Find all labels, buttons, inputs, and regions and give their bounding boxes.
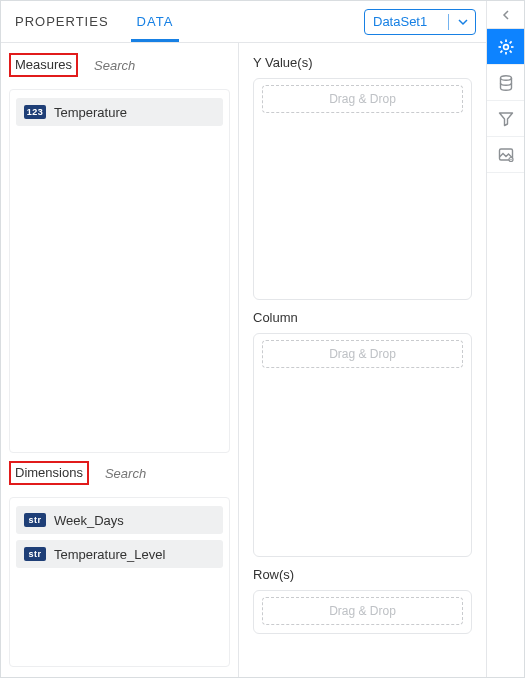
- image-gear-icon: [497, 146, 515, 164]
- svg-point-13: [500, 75, 511, 79]
- drop-placeholder: Drag & Drop: [262, 597, 463, 625]
- dimension-item[interactable]: str Temperature_Level: [16, 540, 223, 568]
- measures-search-input[interactable]: [94, 58, 239, 73]
- y-values-label: Y Value(s): [253, 55, 472, 70]
- drop-placeholder: Drag & Drop: [262, 340, 463, 368]
- chevron-down-icon: [457, 16, 469, 28]
- tab-data-label: DATA: [137, 14, 174, 29]
- dimensions-label: Dimensions: [9, 461, 89, 485]
- measures-search[interactable]: [88, 53, 239, 77]
- svg-line-12: [509, 41, 511, 43]
- measures-header: Measures: [9, 53, 230, 77]
- numeric-type-icon: 123: [24, 105, 46, 119]
- dimensions-search[interactable]: [99, 461, 239, 485]
- measures-list: 123 Temperature: [9, 89, 230, 453]
- svg-point-4: [503, 44, 508, 49]
- settings-button[interactable]: [487, 29, 524, 65]
- dimensions-header: Dimensions: [9, 461, 230, 485]
- dimension-item[interactable]: str Week_Days: [16, 506, 223, 534]
- dataset-dropdown[interactable]: DataSet1: [364, 9, 476, 35]
- database-icon: [497, 74, 515, 92]
- top-bar: PROPERTIES DATA DataSet1: [1, 1, 486, 43]
- dimension-item-label: Temperature_Level: [54, 547, 165, 562]
- column-dropzone[interactable]: Drag & Drop: [253, 333, 472, 557]
- string-type-icon: str: [24, 547, 46, 561]
- column-label: Column: [253, 310, 472, 325]
- image-settings-button[interactable]: [487, 137, 524, 173]
- svg-line-11: [500, 50, 502, 52]
- svg-line-9: [500, 41, 502, 43]
- fields-panel: Measures 123 Temperature Dimensions: [1, 43, 239, 677]
- dataset-selected: DataSet1: [373, 14, 427, 29]
- string-type-icon: str: [24, 513, 46, 527]
- measures-label: Measures: [9, 53, 78, 77]
- binding-panel: Y Value(s) Drag & Drop Column Drag & Dro…: [239, 43, 486, 677]
- svg-line-10: [509, 50, 511, 52]
- dimensions-search-input[interactable]: [105, 466, 239, 481]
- rows-label: Row(s): [253, 567, 472, 582]
- svg-point-16: [510, 158, 511, 159]
- tab-properties[interactable]: PROPERTIES: [1, 1, 123, 42]
- expand-panel-button[interactable]: [487, 1, 524, 29]
- dimensions-list: str Week_Days str Temperature_Level: [9, 497, 230, 667]
- filter-icon: [497, 110, 515, 128]
- tabs: PROPERTIES DATA: [1, 1, 187, 42]
- dimension-item-label: Week_Days: [54, 513, 124, 528]
- drop-placeholder: Drag & Drop: [262, 85, 463, 113]
- measure-item[interactable]: 123 Temperature: [16, 98, 223, 126]
- data-button[interactable]: [487, 65, 524, 101]
- y-values-dropzone[interactable]: Drag & Drop: [253, 78, 472, 300]
- side-toolbar: [486, 1, 524, 677]
- tab-data[interactable]: DATA: [123, 1, 188, 42]
- tab-properties-label: PROPERTIES: [15, 14, 109, 29]
- rows-dropzone[interactable]: Drag & Drop: [253, 590, 472, 634]
- measure-item-label: Temperature: [54, 105, 127, 120]
- filter-button[interactable]: [487, 101, 524, 137]
- gear-icon: [497, 38, 515, 56]
